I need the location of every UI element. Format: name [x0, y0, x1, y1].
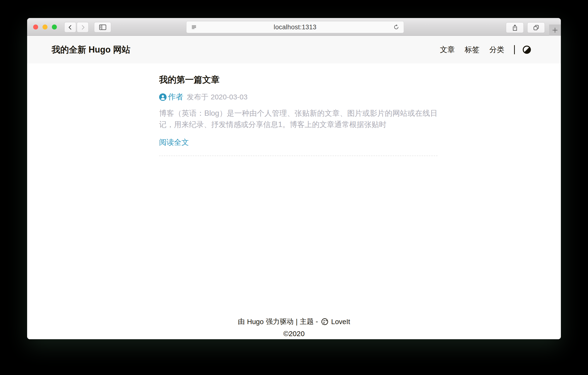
sidebar-toggle-button[interactable]: [94, 22, 111, 32]
close-window-button[interactable]: [33, 24, 38, 30]
post-summary-card: 我的第一篇文章 作者 发布于2020-03-03 博客（英语：Blog）是一种由…: [159, 63, 438, 156]
post-meta: 作者 发布于2020-03-03: [159, 92, 438, 102]
author-link[interactable]: 作者: [168, 92, 183, 102]
site-header: 我的全新 Hugo 网站 文章 标签 分类: [27, 36, 561, 63]
publish-date: 2020-03-03: [211, 93, 247, 101]
site-nav: 文章 标签 分类: [430, 45, 531, 55]
sidebar-icon: [99, 24, 106, 30]
window-controls: [33, 24, 57, 30]
reload-button[interactable]: [392, 24, 400, 30]
share-button[interactable]: [506, 22, 524, 33]
new-tab-button[interactable]: [549, 24, 561, 36]
site-footer: 由 Hugo 强力驱动 | 主题 - LoveIt ©2020: [27, 317, 561, 338]
fullscreen-window-button[interactable]: [52, 24, 57, 30]
nav-item-posts[interactable]: 文章: [440, 45, 455, 55]
desktop-background: localhost:1313: [0, 0, 588, 375]
address-bar[interactable]: localhost:1313: [186, 21, 404, 33]
nav-item-tags[interactable]: 标签: [465, 45, 480, 55]
hugo-link[interactable]: Hugo: [247, 318, 263, 326]
nav-item-categories[interactable]: 分类: [489, 45, 504, 55]
kiss-face-icon: [321, 318, 329, 326]
reader-lines-icon: [191, 24, 197, 30]
post-summary-text: 博客（英语：Blog）是一种由个人管理、张贴新的文章、图片或影片的网站或在线日记…: [159, 107, 438, 130]
site-title-link[interactable]: 我的全新 Hugo 网站: [52, 44, 130, 56]
copyright-text: ©2020: [27, 330, 561, 338]
post-divider: [159, 156, 438, 156]
reload-icon: [393, 24, 399, 30]
page-content: 我的第一篇文章 作者 发布于2020-03-03 博客（英语：Blog）是一种由…: [27, 63, 561, 339]
loveit-theme-link[interactable]: LoveIt: [331, 318, 350, 326]
publish-label: 发布于: [187, 93, 208, 101]
theme-label: 主题 -: [300, 317, 318, 326]
back-button[interactable]: [64, 22, 76, 32]
reader-icon[interactable]: [190, 24, 198, 30]
footer-powered-line: 由 Hugo 强力驱动 | 主题 - LoveIt: [27, 317, 561, 326]
powered-prefix: 由: [238, 317, 245, 326]
plus-icon: [552, 27, 558, 33]
read-more-link[interactable]: 阅读全文: [159, 137, 189, 147]
tab-overview-button[interactable]: [527, 22, 545, 33]
theme-toggle-icon[interactable]: [523, 46, 531, 54]
footer-divider: |: [296, 318, 298, 326]
minimize-window-button[interactable]: [42, 24, 48, 30]
tab-overview-icon: [533, 24, 539, 31]
back-chevron-icon: [67, 24, 74, 31]
user-circle-icon[interactable]: [159, 93, 167, 101]
nav-divider: [514, 45, 515, 54]
publish-info: 发布于2020-03-03: [187, 92, 247, 102]
post-title-link[interactable]: 我的第一篇文章: [159, 75, 438, 85]
url-text[interactable]: localhost:1313: [198, 23, 392, 31]
share-icon: [512, 24, 518, 31]
forward-button[interactable]: [77, 22, 89, 32]
powered-suffix: 强力驱动: [266, 317, 294, 326]
browser-window: localhost:1313: [27, 18, 561, 339]
forward-chevron-icon: [80, 24, 86, 31]
browser-toolbar: localhost:1313: [27, 18, 561, 36]
